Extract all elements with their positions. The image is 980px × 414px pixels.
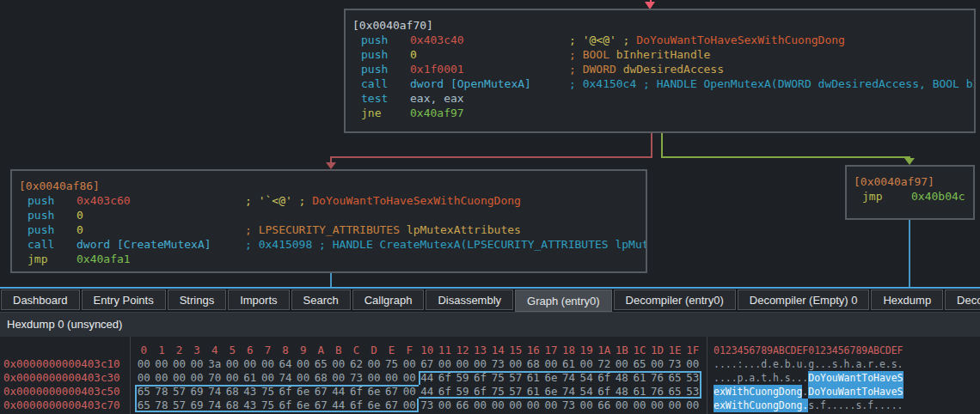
ascii-char[interactable]: n xyxy=(767,399,773,412)
asm-instruction[interactable]: push0; BOOL bInheritHandle xyxy=(346,47,974,62)
hex-byte[interactable]: 74 xyxy=(205,385,224,399)
asm-instruction[interactable]: calldword [OpenMutexA]; 0x4150c4 ; HANDL… xyxy=(346,76,974,91)
hex-byte[interactable]: 74 xyxy=(560,385,578,399)
ascii-char[interactable]: . xyxy=(767,371,773,385)
hex-address[interactable]: 0x0000000000403c30 xyxy=(0,371,127,385)
ascii-char[interactable]: Y xyxy=(820,385,826,399)
ascii-char[interactable]: o xyxy=(826,371,832,385)
ascii-char[interactable]: . xyxy=(897,357,903,371)
hex-byte[interactable]: 54 xyxy=(578,385,596,399)
hex-byte[interactable]: 76 xyxy=(648,385,666,399)
hex-byte[interactable]: 59 xyxy=(454,371,472,385)
ascii-char[interactable]: Y xyxy=(820,371,826,385)
ascii-char[interactable]: . xyxy=(732,357,738,371)
asm-instruction[interactable]: jmp0x40b04c xyxy=(847,189,973,204)
hex-byte[interactable]: 00 xyxy=(506,399,524,412)
hex-byte[interactable]: 75 xyxy=(259,385,277,399)
hex-byte[interactable]: 00 xyxy=(542,399,560,412)
ascii-char[interactable]: u xyxy=(796,357,802,371)
ascii-char[interactable]: a xyxy=(879,385,885,399)
ascii-char[interactable]: . xyxy=(796,371,802,385)
hex-address[interactable]: 0x0000000000403c70 xyxy=(0,399,127,412)
hex-byte[interactable]: 61 xyxy=(524,385,542,399)
tab-imports[interactable]: Imports xyxy=(228,289,289,310)
ascii-char[interactable]: x xyxy=(720,385,726,399)
hex-byte[interactable]: 74 xyxy=(560,371,578,385)
tab-callgraph[interactable]: Callgraph xyxy=(352,289,425,310)
hex-byte[interactable]: 6f xyxy=(277,399,295,412)
ascii-char[interactable]: . xyxy=(891,399,897,412)
ascii-char[interactable]: a xyxy=(749,371,755,385)
ascii-char[interactable]: W xyxy=(838,371,844,385)
hex-byte[interactable]: 00 xyxy=(401,371,419,385)
tab-dashboard[interactable]: Dashboard xyxy=(1,289,80,310)
hex-byte[interactable]: 00 xyxy=(365,357,383,371)
hex-byte[interactable]: 44 xyxy=(330,399,348,412)
hex-byte[interactable]: 00 xyxy=(471,357,489,371)
ascii-char[interactable]: s xyxy=(855,399,861,412)
ascii-char[interactable]: h xyxy=(773,371,779,385)
asm-instruction[interactable]: jmp0x40afa1 xyxy=(12,252,646,266)
ascii-char[interactable]: b xyxy=(785,357,791,371)
ascii-char[interactable]: T xyxy=(861,371,867,385)
hex-byte[interactable]: 57 xyxy=(506,371,524,385)
ascii-char[interactable]: . xyxy=(732,371,738,385)
tab-decompiler-entry0[interactable]: Decompiler (entry0) xyxy=(614,289,736,310)
ascii-char[interactable]: . xyxy=(802,399,808,412)
hex-byte[interactable]: 68 xyxy=(224,385,242,399)
ascii-char[interactable]: H xyxy=(873,371,879,385)
ascii-char[interactable]: . xyxy=(802,357,808,371)
hex-byte[interactable]: 70 xyxy=(205,371,224,385)
hex-byte[interactable]: 57 xyxy=(506,385,524,399)
hex-byte[interactable]: 74 xyxy=(277,371,295,385)
hex-byte[interactable]: 00 xyxy=(506,357,524,371)
tab-graph-entry0[interactable]: Graph (entry0) xyxy=(515,289,612,312)
ascii-char[interactable]: . xyxy=(832,399,838,412)
hex-byte[interactable]: 65 xyxy=(135,385,153,399)
hex-byte[interactable]: 59 xyxy=(454,385,472,399)
hex-byte[interactable]: 00 xyxy=(330,357,348,371)
asm-instruction[interactable]: calldword [CreateMutexA]; 0x415098 ; HAN… xyxy=(12,237,646,252)
hex-byte[interactable]: 00 xyxy=(135,371,153,385)
ascii-char[interactable]: . xyxy=(802,385,808,399)
hex-byte[interactable]: 75 xyxy=(489,385,507,399)
hex-byte[interactable]: 53 xyxy=(683,371,701,385)
hexdump-dock-title[interactable]: Hexdump 0 (unsynced) xyxy=(0,312,980,337)
ascii-char[interactable]: . xyxy=(743,357,749,371)
hexdump-panel[interactable]: 0123456789ABCDEF101112131415161718191A1B… xyxy=(0,337,980,414)
hex-byte[interactable]: 78 xyxy=(153,399,171,412)
ascii-char[interactable]: o xyxy=(826,385,832,399)
ascii-char[interactable]: . xyxy=(873,399,879,412)
ascii-char[interactable]: . xyxy=(720,371,726,385)
ascii-char[interactable]: t xyxy=(855,385,861,399)
ascii-char[interactable]: . xyxy=(885,357,891,371)
ascii-char[interactable]: e xyxy=(879,357,885,371)
hex-byte[interactable]: 6f xyxy=(471,371,489,385)
ascii-char[interactable]: g xyxy=(796,385,802,399)
ascii-char[interactable]: n xyxy=(849,371,855,385)
ascii-char[interactable]: . xyxy=(802,371,808,385)
hex-byte[interactable]: 65 xyxy=(312,357,330,371)
ascii-char[interactable]: i xyxy=(732,399,738,412)
hex-byte[interactable]: 44 xyxy=(419,385,437,399)
hex-byte[interactable]: 00 xyxy=(683,357,701,371)
asm-instruction[interactable]: jne0x40af97 xyxy=(346,106,974,120)
hex-byte[interactable]: 48 xyxy=(613,385,631,399)
ascii-char[interactable]: o xyxy=(814,385,820,399)
hex-byte[interactable]: 44 xyxy=(330,385,348,399)
hex-address[interactable]: 0x0000000000403c50 xyxy=(0,385,127,399)
hex-byte[interactable]: 00 xyxy=(259,371,277,385)
tab-decompiler-empty-0[interactable]: Decompiler (Empty) 0 xyxy=(738,289,870,310)
ascii-char[interactable]: e xyxy=(714,399,720,412)
hex-byte[interactable]: 00 xyxy=(224,371,242,385)
ascii-char[interactable]: u xyxy=(755,399,761,412)
ascii-char[interactable]: . xyxy=(779,371,785,385)
ascii-char[interactable]: v xyxy=(885,385,891,399)
hex-byte[interactable]: 00 xyxy=(294,357,312,371)
hex-byte[interactable]: 69 xyxy=(188,385,206,399)
ascii-char[interactable]: e xyxy=(714,385,720,399)
hex-byte[interactable]: 64 xyxy=(277,357,295,371)
ascii-char[interactable]: W xyxy=(838,385,844,399)
ascii-char[interactable]: t xyxy=(855,371,861,385)
ascii-char[interactable]: : xyxy=(738,357,744,371)
